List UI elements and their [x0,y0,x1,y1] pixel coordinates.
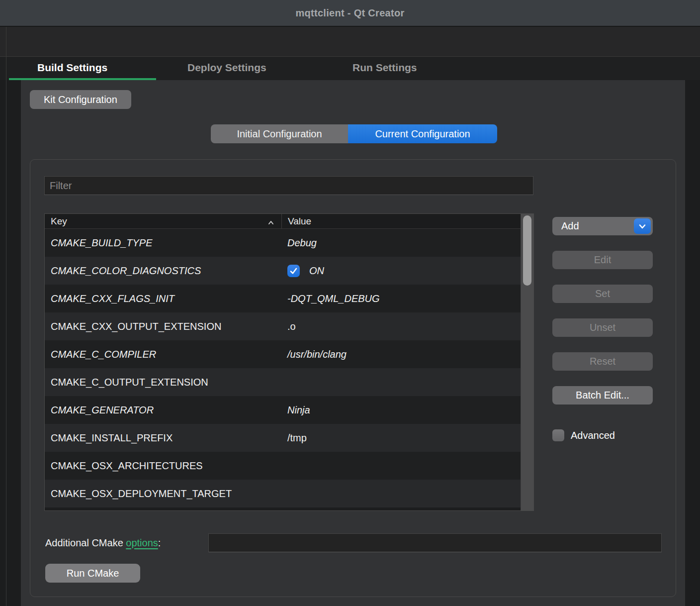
table-scrollbar-thumb[interactable] [523,215,531,286]
edit-button[interactable]: Edit [552,251,653,269]
row-value: /usr/bin/clang [281,349,533,360]
tab-deploy-settings[interactable]: Deploy Settings [187,57,266,79]
cmake-variables-table: Key Value CMAKE_BUILD_TYPEDebugCMAKE_COL… [44,213,534,511]
advanced-label: Advanced [571,430,615,441]
table-row[interactable]: CMAKE_OSX_ARCHITECTURES [45,452,533,480]
add-button-label: Add [561,220,579,232]
run-cmake-button[interactable]: Run CMake [45,564,140,583]
set-button[interactable]: Set [552,285,653,303]
additional-options-prefix: Additional CMake [45,537,126,549]
table-scrollbar-track[interactable] [521,214,533,510]
table-row[interactable]: CMAKE_C_COMPILER/usr/bin/clang [45,340,533,368]
additional-cmake-options-label: Additional CMake options: [45,533,161,552]
row-value: ON [281,265,533,277]
kit-configuration-button[interactable]: Kit Configuration [30,90,131,109]
row-key: CMAKE_C_COMPILER [45,349,281,360]
row-key: CMAKE_OSX_ARCHITECTURES [45,460,281,472]
sort-ascending-icon [267,218,274,225]
row-value: /tmp [281,432,533,444]
table-row[interactable]: CMAKE_OSX_DEPLOYMENT_TARGET [45,480,533,507]
table-row[interactable]: CMAKE_INSTALL_PREFIX/tmp [45,424,533,452]
chevron-down-icon[interactable] [634,218,651,234]
row-key: CMAKE_INSTALL_PREFIX [45,432,281,444]
advanced-checkbox-row[interactable]: Advanced [552,429,615,442]
configuration-segmented-control: Initial Configuration Current Configurat… [211,124,497,143]
row-key: CMAKE_GENERATOR [45,404,281,416]
unset-button[interactable]: Unset [552,318,653,337]
reset-button[interactable]: Reset [552,352,653,371]
cmake-table-body: CMAKE_BUILD_TYPEDebugCMAKE_COLOR_DIAGNOS… [45,229,533,507]
row-key: CMAKE_OSX_DEPLOYMENT_TARGET [45,488,281,500]
row-key: CMAKE_COLOR_DIAGNOSTICS [45,265,281,277]
advanced-checkbox[interactable] [552,429,564,441]
qt-creator-window: mqttclient - Qt Creator Build Settings D… [0,0,700,606]
table-row[interactable]: CMAKE_CXX_OUTPUT_EXTENSION.o [45,312,533,340]
row-key: CMAKE_C_OUTPUT_EXTENSION [45,377,281,388]
left-rail-divider [6,27,6,606]
row-key: CMAKE_CXX_FLAGS_INIT [45,293,281,304]
batch-edit-button[interactable]: Batch Edit... [552,386,653,404]
table-row[interactable]: CMAKE_COLOR_DIAGNOSTICSON [45,257,533,285]
initial-configuration-segment[interactable]: Initial Configuration [211,124,348,143]
tab-run-settings[interactable]: Run Settings [352,57,417,79]
options-link[interactable]: options [126,537,158,549]
table-row[interactable]: CMAKE_BUILD_TYPEDebug [45,229,533,257]
table-row[interactable]: CMAKE_CXX_FLAGS_INIT-DQT_QML_DEBUG [45,285,533,312]
column-header-key[interactable]: Key [45,214,281,228]
value-checkbox-checked[interactable] [287,265,300,277]
additional-options-suffix: : [158,537,161,549]
add-button[interactable]: Add [552,217,653,235]
table-header: Key Value [45,214,533,229]
cmake-variables-panel: Key Value CMAKE_BUILD_TYPEDebugCMAKE_COL… [30,159,676,597]
toolbar-strip [0,27,700,56]
row-value: Ninja [281,404,533,416]
column-header-value[interactable]: Value [281,214,533,228]
row-key: CMAKE_BUILD_TYPE [45,237,281,249]
window-title: mqttclient - Qt Creator [295,7,404,19]
row-value: Debug [281,237,533,249]
row-key: CMAKE_CXX_OUTPUT_EXTENSION [45,321,281,332]
settings-tabbar: Build Settings Deploy Settings Run Setti… [0,56,700,80]
filter-input[interactable] [44,176,533,195]
row-value: .o [281,321,533,332]
checkbox-value-text: ON [309,265,324,277]
row-value: -DQT_QML_DEBUG [281,293,533,304]
additional-cmake-options-input[interactable] [208,533,662,552]
tab-build-settings[interactable]: Build Settings [37,57,107,79]
build-settings-pane: Kit Configuration Initial Configuration … [21,80,685,606]
current-configuration-segment[interactable]: Current Configuration [348,124,497,143]
table-row[interactable]: CMAKE_C_OUTPUT_EXTENSION [45,368,533,396]
table-row[interactable]: CMAKE_GENERATORNinja [45,396,533,424]
titlebar: mqttclient - Qt Creator [0,0,700,26]
